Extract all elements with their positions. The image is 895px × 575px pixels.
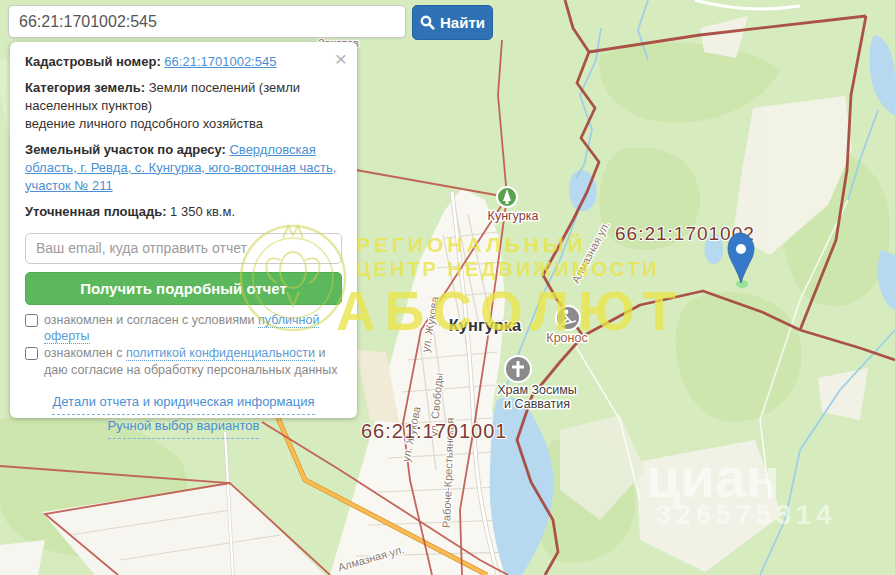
offer-checkbox-row: ознакомлен и согласен с условиями публич…: [25, 312, 342, 346]
cadastral-number-link[interactable]: 66:21:1701002:545: [164, 54, 276, 69]
address-row: Земельный участок по адресу: Свердловска…: [25, 141, 342, 195]
privacy-checkbox-label: ознакомлен с политикой конфиденциальност…: [44, 345, 342, 379]
privacy-checkbox[interactable]: [25, 347, 38, 360]
cadastral-number-label: Кадастровый номер:: [25, 54, 161, 69]
app-window: Алмазная ул. ул. Жукова ул. Жукова ул. С…: [0, 0, 895, 575]
get-report-button[interactable]: Получить подробный отчет: [25, 272, 342, 305]
category-extra: ведение личного подсобного хозяйства: [25, 115, 342, 133]
church-label-2: и Савватия: [504, 397, 570, 411]
green-poi-kungurka[interactable]: [497, 187, 517, 207]
close-icon[interactable]: ×: [335, 48, 347, 69]
privacy-link[interactable]: политикой конфиденциальности: [126, 346, 315, 361]
poi-top-label: Кунгурка: [488, 209, 539, 223]
town-label: Кунгурка: [449, 316, 522, 334]
manual-select-link[interactable]: Ручной выбор вариантов: [108, 415, 260, 439]
category-label: Категория земель:: [25, 80, 145, 95]
search-bar: Найти: [0, 0, 895, 44]
offer-text: ознакомлен и согласен с условиями: [44, 313, 258, 327]
email-field[interactable]: [25, 233, 342, 264]
panel-footer-links: Детали отчета и юридическая информация Р…: [25, 391, 342, 439]
address-label: Земельный участок по адресу:: [25, 142, 226, 157]
area-label: Уточненная площадь:: [25, 204, 166, 219]
search-button-label: Найти: [440, 14, 485, 31]
search-button[interactable]: Найти: [412, 5, 493, 40]
category-row: Категория земель: Земли поселений (земли…: [25, 79, 342, 133]
parcel-info-panel: × Кадастровый номер: 66:21:1701002:545 К…: [10, 42, 357, 418]
church-label-1: Храм Зосимы: [497, 383, 577, 397]
kronos-label: Кронос: [546, 331, 587, 345]
pin-dot: [736, 244, 746, 254]
report-details-link[interactable]: Детали отчета и юридическая информация: [52, 391, 314, 415]
offer-checkbox-label: ознакомлен и согласен с условиями публич…: [44, 312, 342, 346]
poi-kronos[interactable]: [556, 306, 580, 330]
skier-icon: [564, 310, 569, 315]
privacy-checkbox-row: ознакомлен с политикой конфиденциальност…: [25, 345, 342, 379]
area-value: 1 350 кв.м.: [170, 204, 235, 219]
quarter-label-1701001: 66:21:1701001: [361, 420, 507, 442]
area-row: Уточненная площадь: 1 350 кв.м.: [25, 203, 342, 221]
cadastral-number-row: Кадастровый номер: 66:21:1701002:545: [25, 53, 342, 71]
search-input[interactable]: [8, 5, 406, 38]
search-icon: [420, 15, 435, 30]
privacy-text-1: ознакомлен с: [44, 346, 126, 360]
poi-church[interactable]: [505, 356, 531, 382]
pin-glow: [736, 280, 748, 288]
offer-checkbox[interactable]: [25, 314, 38, 327]
